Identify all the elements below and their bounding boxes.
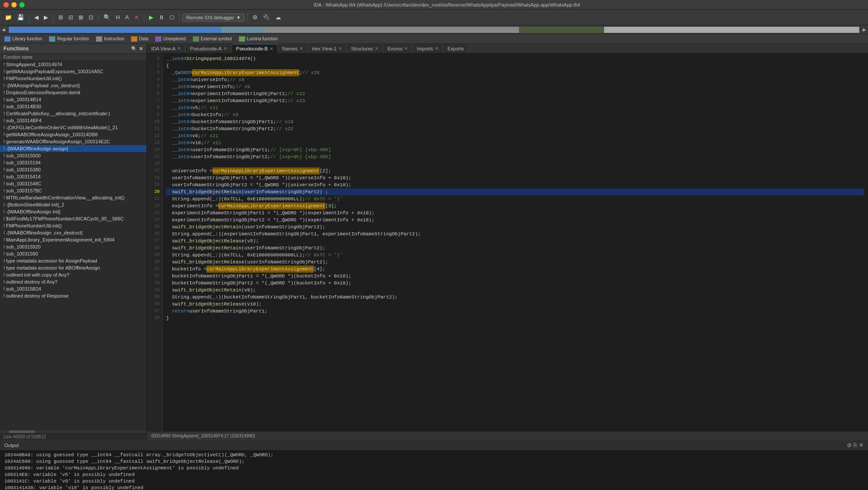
code-line-16: [166, 160, 864, 167]
sidebar-item-FMPhone2[interactable]: f FMPhoneNumberUtil.init(): [0, 222, 146, 229]
toolbar-pause-btn[interactable]: ⏸: [157, 13, 167, 21]
functions-list[interactable]: f StringAppend_100314974 f getWAAssignPa…: [0, 61, 146, 430]
toolbar-run-btn[interactable]: ▶: [147, 13, 156, 21]
sidebar-item-sub380[interactable]: f sub_100315380: [0, 166, 146, 173]
code-token: userInfoNameStringObjPart1;: [192, 146, 270, 153]
navbar-left-arrow[interactable]: ◀: [2, 27, 5, 32]
tab-close-icon[interactable]: ✕: [375, 46, 378, 51]
sidebar-item-WAABOfflineAssign[interactable]: f -[WAABOfflineAssign assign]: [0, 145, 146, 152]
functions-close-icon[interactable]: ✕: [139, 46, 143, 52]
sidebar-item-BottomSheet[interactable]: f -[BottomSheetModel init]_2: [0, 201, 146, 208]
toolbar-asm-btn[interactable]: A: [123, 13, 131, 21]
minimize-button[interactable]: [11, 2, 17, 7]
code-content[interactable]: __int64 StringAppend_100314974() { _QWOR…: [163, 53, 868, 431]
code-line-15: __int64 userInfoNameStringObjPart2; // […: [166, 153, 864, 160]
sidebar-item-CertPublicKey[interactable]: f CertificatePublicKey.__allocating_init…: [0, 110, 146, 117]
toolbar-back-btn[interactable]: ◀: [32, 13, 41, 21]
tab-names[interactable]: Names ✕: [278, 44, 308, 53]
tab-imports[interactable]: Imports ✕: [413, 44, 443, 53]
sidebar-item-sub14[interactable]: f sub_100314B14: [0, 96, 146, 103]
sidebar-item-WAAssignPayload[interactable]: f -[WAAssignPayload .cxx_destruct]: [0, 82, 146, 89]
sidebar-scrollthumb[interactable]: [9, 430, 35, 433]
toolbar-btn2[interactable]: ⊟: [66, 13, 75, 21]
sidebar-item-sub59F0[interactable]: f sub_10031590: [0, 250, 146, 257]
sidebar-item-subB24[interactable]: f sub_100315B24: [0, 285, 146, 292]
tab-hex-view[interactable]: Hex View-1 ✕: [308, 44, 347, 53]
sidebar-item-WAABDestruct[interactable]: f -[WAABOfflineAssign .cxx_destruct]: [0, 229, 146, 236]
code-line-27: swift_bridgeObjectRelease(v5);: [166, 238, 864, 245]
tab-close-icon[interactable]: ✕: [224, 46, 227, 51]
navigation-bar-progress[interactable]: [9, 27, 859, 33]
sidebar-item-type-meta-ab[interactable]: f type metadata accessor for ABOfflineAs…: [0, 264, 146, 271]
sidebar-item-sub5000[interactable]: f sub_100315000: [0, 152, 146, 159]
legend-external-label: External symbol: [201, 36, 232, 41]
sidebar-item-getWAAssign[interactable]: f getWAAssignPayloadExposures_100314A5C: [0, 68, 146, 75]
tab-close-icon[interactable]: ✕: [270, 46, 273, 51]
toolbar-more-btn[interactable]: ⚙: [250, 13, 260, 21]
toolbar-stop-btn[interactable]: ✕: [132, 13, 141, 21]
sidebar-item-outlined-init[interactable]: f outlined init with copy of Any?: [0, 271, 146, 278]
sidebar-item-type-meta-assign[interactable]: f type metadata accessor for AssignPaylo…: [0, 257, 146, 264]
toolbar-btn4[interactable]: ⊡: [86, 13, 96, 21]
code-token: ;: [299, 69, 302, 76]
tab-label: Pseudocode-B: [236, 46, 268, 51]
output-content[interactable]: 1024A0BA8: using guessed type __int64 __…: [0, 450, 868, 490]
output-line: 1003141C: variable 'v9' is possibly unde…: [4, 478, 864, 485]
line-num-10: 10: [147, 118, 162, 125]
toolbar-file-btn[interactable]: 📁: [3, 13, 14, 21]
output-close-btn[interactable]: ✕: [859, 442, 864, 448]
sidebar-item-MainAppLib[interactable]: f MainAppLibrary_ExperimentAssignment_in…: [0, 236, 146, 243]
sidebar-item-Dropbox[interactable]: f DropboxExtensionRequester.deinit: [0, 89, 146, 96]
sidebar-scrollbar[interactable]: [0, 430, 146, 433]
tab-close-icon[interactable]: ✕: [338, 46, 342, 51]
sidebar-item-sub7BC[interactable]: f sub_1003157BC: [0, 187, 146, 194]
sidebar-item-label: sub_100314BF4: [6, 118, 42, 123]
sidebar-item-getWAAB[interactable]: f getWAABOfflineAssignAssign_100314DB8: [0, 131, 146, 138]
output-clear-btn[interactable]: ⊘: [847, 442, 852, 448]
remote-debugger-selector[interactable]: Remote iOS debugger ▼: [182, 14, 245, 21]
tab-close-icon[interactable]: ✕: [299, 46, 303, 51]
sidebar-item-sub414[interactable]: f sub_100315414: [0, 173, 146, 180]
tab-pseudocode-b[interactable]: Pseudocode-B ✕: [232, 44, 278, 53]
sidebar-item-outlined-destroy-response[interactable]: f outlined destroy of Response: [0, 292, 146, 299]
sidebar-item-WAABOfflineInit[interactable]: f -[WAABOfflineAssign init]: [0, 208, 146, 215]
output-copy-btn[interactable]: ⎘: [854, 442, 857, 448]
tab-pseudocode-a[interactable]: Pseudocode-A ✕: [185, 44, 231, 53]
sidebar-item-sub194[interactable]: f sub_100315194: [0, 159, 146, 166]
toolbar-step-btn[interactable]: ⬡: [167, 13, 177, 21]
sidebar-item-sub30[interactable]: f sub_100314B30: [0, 103, 146, 110]
toolbar-save-btn[interactable]: 💾: [15, 13, 26, 21]
tab-close-icon[interactable]: ✕: [177, 46, 181, 51]
tab-enums[interactable]: Enums ✕: [383, 44, 413, 53]
functions-search-icon[interactable]: 🔍: [131, 46, 137, 52]
sidebar-item-FMPhone[interactable]: f FMPhoneNumberUtil.init(): [0, 75, 146, 82]
sidebar-item-genWAAB[interactable]: f generateWAABOfflineAssignAssign_100314…: [0, 138, 146, 145]
toolbar-btn3[interactable]: ⊠: [76, 13, 85, 21]
toolbar-search-btn[interactable]: 🔍: [101, 13, 113, 21]
sidebar-item-sub48C[interactable]: f sub_10031548C: [0, 180, 146, 187]
tab-ida-view-a[interactable]: IDA View-A ✕: [147, 44, 185, 53]
tab-structures[interactable]: Structures ✕: [347, 44, 383, 53]
line-num-15: 15: [147, 153, 162, 160]
toolbar-hex-btn[interactable]: H: [114, 13, 122, 21]
sidebar-item-outlined-destroy[interactable]: f outlined destroy of Any?: [0, 278, 146, 285]
tab-close-icon[interactable]: ✕: [435, 46, 438, 51]
sidebar-item-sub920[interactable]: f sub_100315920: [0, 243, 146, 250]
code-editor[interactable]: 1 2 3 4 5 6 7 8 9 10 11 12 13 14 15 16 1…: [147, 53, 868, 431]
legend-external-color: [193, 36, 199, 42]
toolbar-btn1[interactable]: ⊞: [56, 13, 65, 21]
tab-close-icon[interactable]: ✕: [404, 46, 408, 51]
toolbar-lumina-btn[interactable]: ☁: [273, 13, 283, 21]
navbar-right-arrow[interactable]: ▶: [861, 27, 868, 32]
toolbar-plugin-btn[interactable]: 🔌: [261, 13, 272, 21]
close-button[interactable]: [4, 2, 9, 7]
sidebar-item-OKFG[interactable]: f -[OKFGLiteConfirmOrderVC initWithViewM…: [0, 124, 146, 131]
sidebar-item-MTRL[interactable]: f MTRLowBandwidthConfirmationView.__allo…: [0, 194, 146, 201]
sidebar-item-s6FindMy[interactable]: f $s6FindMy17FMPhoneNumberUtilCACycfc_85…: [0, 215, 146, 222]
sidebar-item-subF4[interactable]: f sub_100314BF4: [0, 117, 146, 124]
tab-label: Enums: [388, 46, 402, 51]
toolbar-forward-btn[interactable]: ▶: [42, 13, 50, 21]
sidebar-item-StringAppend[interactable]: f StringAppend_100314974: [0, 61, 146, 68]
fullscreen-button[interactable]: [19, 2, 25, 7]
tab-exports[interactable]: Exports: [443, 44, 469, 53]
